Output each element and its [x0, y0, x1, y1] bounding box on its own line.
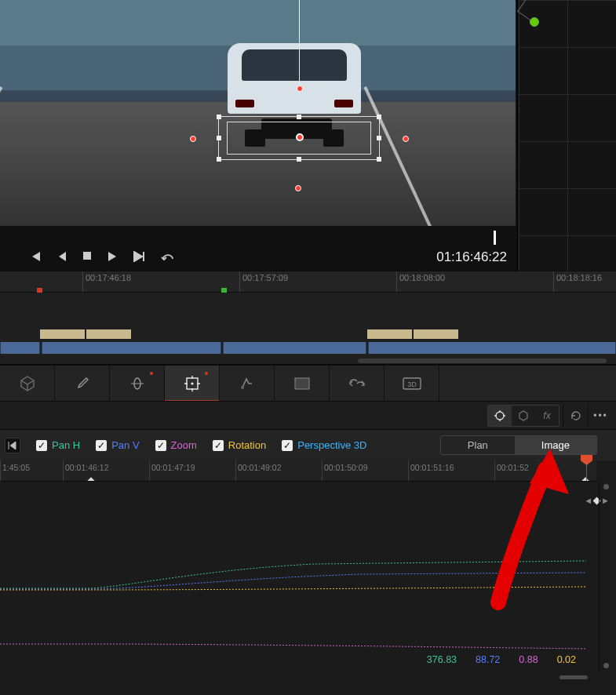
viewer-panel: 01:16:46:22 — [0, 0, 518, 271]
svg-point-4 — [241, 386, 244, 389]
reset-icon[interactable] — [563, 404, 588, 428]
tab-3d[interactable]: 3D — [385, 366, 439, 402]
stop-icon[interactable] — [82, 251, 92, 264]
check-pan-v[interactable]: ✓ Pan V — [96, 439, 139, 451]
check-rotation[interactable]: ✓ Rotation — [213, 439, 266, 451]
tracker-graph[interactable]: 376.83 88.72 0.88 0.02 — [0, 481, 596, 671]
graph-curves — [0, 482, 596, 672]
segment-image[interactable]: Image — [515, 436, 596, 454]
ruler-tick: 00:17:57:09 — [239, 271, 288, 292]
cube-icon — [512, 406, 535, 426]
ruler-tick: 00:18:08:00 — [396, 271, 445, 292]
tab-qualifier[interactable] — [220, 366, 275, 402]
check-zoom[interactable]: ✓ Zoom — [155, 439, 197, 451]
tab-picker[interactable] — [55, 366, 110, 402]
segment-plan[interactable]: Plan — [441, 436, 515, 454]
goto-end-icon[interactable] — [133, 251, 145, 264]
prev-keyframe-icon: ◄ — [584, 496, 592, 505]
fx-icon: fx — [535, 406, 559, 426]
timeline-ruler[interactable]: 00:17:46:18 00:17:57:09 00:18:08:00 00:1… — [0, 271, 616, 293]
ruler-tick: 00:17:46:18 — [82, 271, 131, 292]
tab-tracker[interactable] — [165, 366, 220, 402]
transport-controls: 01:16:46:22 — [0, 245, 518, 271]
graph-hscroll[interactable] — [0, 671, 616, 684]
node-graph-panel[interactable] — [519, 0, 616, 271]
tracker-top-controls: fx ••• — [0, 401, 616, 429]
svg-point-9 — [496, 412, 504, 420]
tracker-values: 376.83 88.72 0.88 0.02 — [0, 654, 596, 668]
color-tool-tabs: 3D — [0, 365, 616, 401]
check-perspective-3d[interactable]: ✓ Perspective 3D — [282, 439, 366, 451]
viewer-timecode[interactable]: 01:16:46:22 — [436, 249, 507, 265]
more-icon[interactable]: ••• — [588, 404, 613, 428]
plan-image-segment[interactable]: Plan Image — [440, 435, 597, 455]
svg-text:3D: 3D — [407, 380, 417, 388]
node-dot[interactable] — [530, 17, 539, 27]
mini-timeline[interactable] — [0, 293, 616, 365]
svg-point-3 — [191, 382, 193, 384]
goto-start-icon[interactable] — [29, 251, 42, 264]
target-icon — [488, 406, 512, 426]
step-back-icon[interactable] — [57, 251, 67, 264]
tracker-options-row: ✓ Pan H ✓ Pan V ✓ Zoom ✓ Rotation ✓ Pers… — [0, 429, 616, 460]
track-one-frame-back-icon[interactable] — [5, 438, 20, 453]
check-pan-h[interactable]: ✓ Pan H — [36, 439, 80, 451]
graph-zoom-slider[interactable] — [599, 481, 611, 671]
tracker-mode-toggle[interactable]: fx — [487, 405, 560, 427]
loop-icon[interactable] — [161, 251, 175, 264]
tab-curves[interactable] — [110, 366, 165, 402]
mini-timeline-scrollbar[interactable] — [358, 358, 607, 363]
tab-window[interactable] — [275, 366, 330, 402]
play-icon[interactable] — [108, 251, 117, 264]
ruler-tick: 00:18:18:16 — [553, 271, 602, 292]
svg-rect-0 — [83, 252, 91, 260]
tab-key[interactable] — [330, 366, 385, 402]
tab-nodes[interactable] — [0, 366, 55, 402]
svg-rect-5 — [295, 378, 309, 389]
viewer-range-slider[interactable] — [0, 232, 502, 238]
video-frame[interactable] — [0, 0, 516, 226]
